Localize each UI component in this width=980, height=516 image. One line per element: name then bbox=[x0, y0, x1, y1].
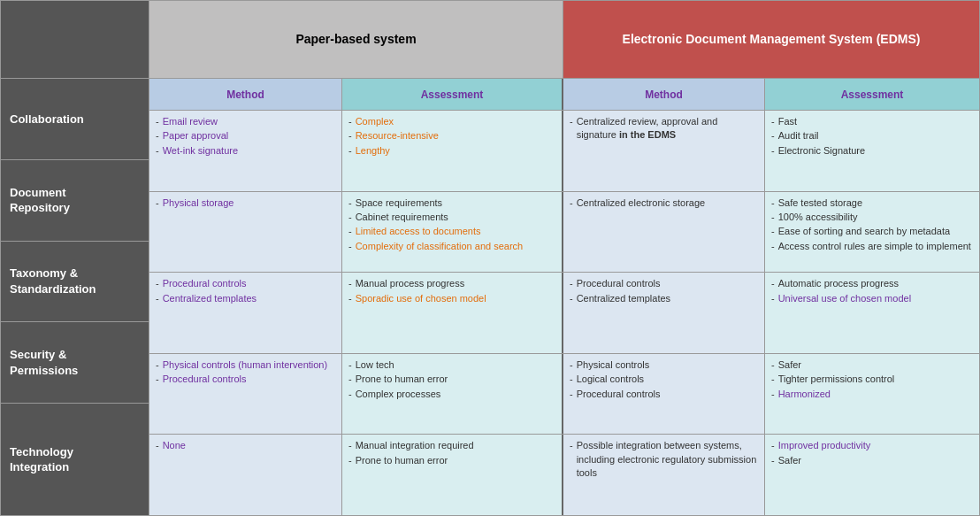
list-item: -Resource-intensive bbox=[348, 129, 555, 142]
list-item: -Centralized templates bbox=[156, 292, 335, 305]
list-item: -Safe tested storage bbox=[771, 196, 973, 210]
bullet-icon: - bbox=[570, 277, 573, 290]
bullet-icon: - bbox=[156, 115, 159, 128]
list-item: -Prone to human error bbox=[348, 373, 555, 386]
bullet-icon: - bbox=[156, 277, 159, 290]
bullet-icon: - bbox=[348, 240, 352, 253]
item-text: Audit trail bbox=[778, 129, 819, 142]
item-text: Centralized templates bbox=[163, 292, 256, 305]
item-text: Procedural controls bbox=[577, 388, 661, 401]
bullet-icon: - bbox=[156, 373, 159, 386]
bullet-icon: - bbox=[570, 388, 573, 401]
list-item: -Ease of sorting and search by metadata bbox=[771, 225, 973, 238]
bullet-icon: - bbox=[348, 358, 352, 372]
main-grid: Paper-based system Electronic Document M… bbox=[149, 1, 979, 515]
bullet-icon: - bbox=[771, 129, 775, 142]
table-row-security: -Physical controls (human intervention)-… bbox=[149, 354, 979, 435]
bullet-icon: - bbox=[156, 196, 159, 210]
item-text: Low tech bbox=[356, 358, 394, 372]
item-text: Lengthy bbox=[356, 144, 390, 158]
item-text: Harmonized bbox=[778, 388, 831, 401]
list-item: -Procedural controls bbox=[156, 373, 335, 386]
paper-header: Paper-based system bbox=[149, 1, 563, 78]
item-text: None bbox=[163, 439, 186, 452]
item-text: Manual integration required bbox=[356, 439, 474, 452]
item-text: Centralized electronic storage bbox=[577, 196, 706, 210]
sub-header-method-paper: Method bbox=[149, 79, 342, 110]
bullet-icon: - bbox=[156, 439, 159, 452]
list-item: -Physical storage bbox=[156, 196, 335, 210]
bullet-icon: - bbox=[348, 292, 352, 305]
comparison-table: Collaboration Document Repository Taxono… bbox=[0, 0, 980, 516]
bullet-icon: - bbox=[348, 115, 352, 128]
bullet-icon: - bbox=[570, 115, 573, 142]
list-item: -Electronic Signature bbox=[771, 144, 973, 158]
item-text: Possible integration between systems, in… bbox=[577, 439, 758, 480]
bullet-icon: - bbox=[156, 358, 159, 372]
item-text: Wet-ink signature bbox=[163, 144, 238, 158]
cell-edms-method-taxonomy: -Procedural controls-Centralized templat… bbox=[563, 273, 765, 353]
bullet-icon: - bbox=[771, 211, 775, 224]
bullet-icon: - bbox=[771, 358, 775, 372]
bullet-icon: - bbox=[156, 292, 159, 305]
sidebar-item-security: Security & Permissions bbox=[1, 322, 149, 404]
list-item: -Procedural controls bbox=[570, 388, 758, 401]
cell-edms-assess-taxonomy: -Automatic process progress-Universal us… bbox=[765, 273, 979, 353]
list-item: -Email review bbox=[156, 115, 335, 128]
item-text: Complex processes bbox=[356, 388, 441, 401]
item-text: Complex bbox=[356, 115, 394, 128]
item-text: Safer bbox=[778, 358, 801, 372]
item-text: Automatic process progress bbox=[778, 277, 899, 290]
bullet-icon: - bbox=[771, 439, 775, 452]
table-row-document-repository: -Physical storage-Space requirements-Cab… bbox=[149, 192, 979, 273]
list-item: -Physical controls (human intervention) bbox=[156, 358, 335, 372]
cell-edms-assess-document-repository: -Safe tested storage-100% accessibility-… bbox=[765, 192, 979, 273]
bullet-icon: - bbox=[348, 129, 352, 142]
bullet-icon: - bbox=[348, 388, 352, 401]
list-item: -Centralized electronic storage bbox=[570, 196, 758, 210]
sidebar: Collaboration Document Repository Taxono… bbox=[1, 1, 149, 515]
item-text: Tighter permissions control bbox=[778, 373, 895, 386]
cell-edms-method-document-repository: -Centralized electronic storage bbox=[563, 192, 765, 273]
bullet-icon: - bbox=[771, 225, 775, 238]
list-item: -Complex bbox=[348, 115, 555, 128]
list-item: -Cabinet requirements bbox=[348, 211, 555, 224]
item-text: Procedural controls bbox=[163, 277, 247, 290]
bullet-icon: - bbox=[771, 388, 775, 401]
cell-paper-method-document-repository: -Physical storage bbox=[149, 192, 342, 273]
list-item: -Wet-ink signature bbox=[156, 144, 335, 158]
data-rows: -Email review-Paper approval-Wet-ink sig… bbox=[149, 111, 979, 515]
list-item: -Safer bbox=[771, 454, 973, 467]
list-item: -Harmonized bbox=[771, 388, 973, 401]
bullet-icon: - bbox=[348, 373, 352, 386]
bullet-icon: - bbox=[771, 115, 775, 128]
list-item: -100% accessibility bbox=[771, 211, 973, 224]
edms-header: Electronic Document Management System (E… bbox=[563, 1, 979, 78]
sidebar-item-taxonomy: Taxonomy & Standardization bbox=[1, 242, 149, 323]
item-text: Ease of sorting and search by metadata bbox=[778, 225, 950, 238]
cell-edms-assess-security: -Safer-Tighter permissions control-Harmo… bbox=[765, 354, 979, 435]
item-text: Limited access to documents bbox=[356, 225, 481, 238]
item-text: Complexity of classification and search bbox=[356, 240, 524, 253]
bullet-icon: - bbox=[156, 129, 159, 142]
sidebar-item-collaboration: Collaboration bbox=[1, 79, 149, 160]
cell-paper-assess-taxonomy: -Manual process progress-Sporadic use of… bbox=[342, 273, 563, 353]
item-text: Paper approval bbox=[163, 129, 229, 142]
item-text: Physical controls bbox=[577, 358, 650, 372]
table-row-taxonomy: -Procedural controls-Centralized templat… bbox=[149, 273, 979, 354]
bullet-icon: - bbox=[570, 196, 573, 210]
item-text: Procedural controls bbox=[163, 373, 247, 386]
list-item: -Audit trail bbox=[771, 129, 973, 142]
cell-paper-method-technology: -None bbox=[149, 435, 342, 515]
bullet-icon: - bbox=[771, 240, 775, 253]
bullet-icon: - bbox=[771, 292, 775, 305]
bullet-icon: - bbox=[570, 373, 573, 386]
item-text: Access control rules are simple to imple… bbox=[778, 240, 971, 253]
item-text: Fast bbox=[778, 115, 797, 128]
item-text: Centralized templates bbox=[577, 292, 670, 305]
sidebar-item-technology: Technology Integration bbox=[1, 404, 149, 515]
bullet-icon: - bbox=[771, 373, 775, 386]
item-text: Physical controls (human intervention) bbox=[163, 358, 327, 372]
item-text: Improved productivity bbox=[778, 439, 871, 452]
item-text: Logical controls bbox=[577, 373, 644, 386]
